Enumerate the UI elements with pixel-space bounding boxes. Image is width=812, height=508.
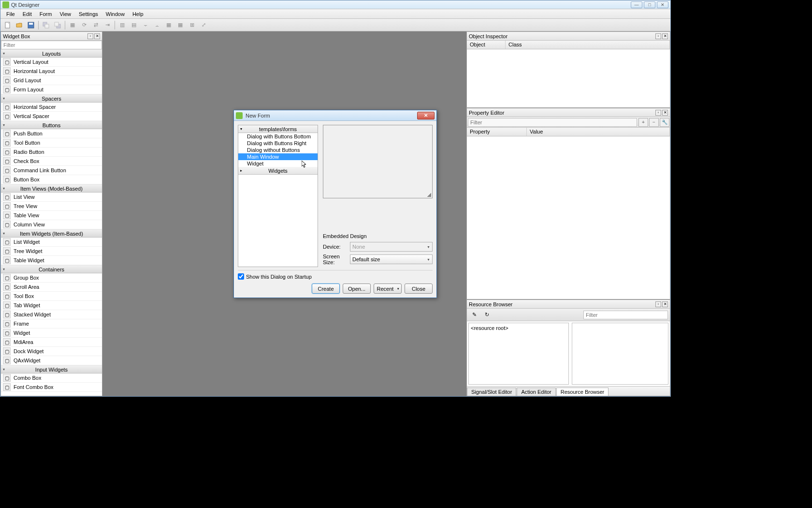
widget-item[interactable]: ▢Form Layout (1, 85, 102, 94)
widget-box-filter[interactable] (1, 41, 102, 49)
widget-item[interactable]: ▢Table View (1, 211, 102, 220)
widget-item[interactable]: ▢Widget (1, 329, 102, 338)
widget-item[interactable]: ▢MdiArea (1, 338, 102, 347)
widget-item[interactable]: ▢List Widget (1, 238, 102, 247)
widget-item[interactable]: ▢Grid Layout (1, 76, 102, 85)
templates-forms-header[interactable]: ▾ templates\forms (238, 125, 318, 133)
open-button[interactable]: Open... (343, 284, 371, 294)
expand-icon[interactable]: ▾ (240, 127, 242, 131)
widget-item[interactable]: ▢Tree View (1, 202, 102, 211)
property-settings-icon[interactable]: 🔧 (660, 118, 669, 127)
widget-item[interactable]: ▢Tree Widget (1, 247, 102, 256)
device-combo[interactable]: None ▼ (350, 242, 433, 252)
new-file-icon[interactable] (2, 20, 13, 30)
widget-list[interactable]: ▾Layouts▢Vertical Layout▢Horizontal Layo… (1, 49, 102, 396)
widget-item[interactable]: ▢Tool Button (1, 138, 102, 148)
expand-icon[interactable]: ▾ (3, 51, 5, 56)
menu-window[interactable]: Window (102, 10, 129, 18)
property-editor-body[interactable] (467, 136, 670, 299)
widget-item[interactable]: ▢List View (1, 193, 102, 202)
widget-item[interactable]: ▢Stacked Widget (1, 310, 102, 319)
resource-tree[interactable]: <resource root> (468, 323, 569, 385)
obj-col-class[interactable]: Class (506, 41, 670, 49)
startup-checkbox-row[interactable]: Show this Dialog on Startup (238, 273, 433, 280)
edit-resources-icon[interactable]: ✎ (469, 310, 479, 320)
obj-col-object[interactable]: Object (467, 41, 506, 49)
expand-icon[interactable]: ▾ (3, 231, 5, 236)
widget-item[interactable]: ▢Table Widget (1, 256, 102, 265)
close-button[interactable]: ✕ (657, 1, 668, 8)
menu-help[interactable]: Help (129, 10, 147, 18)
panel-close-icon[interactable]: ✕ (662, 110, 668, 116)
expand-icon[interactable]: ▾ (3, 267, 5, 271)
tab-resource-browser[interactable]: Resource Browser (556, 388, 609, 396)
panel-float-icon[interactable]: ▫ (655, 110, 661, 116)
recent-button[interactable]: Recent (374, 284, 402, 294)
widget-item[interactable]: ▢Scroll Area (1, 283, 102, 292)
panel-close-icon[interactable]: ✕ (662, 301, 668, 307)
widgets-header[interactable]: ▸ Widgets (238, 167, 318, 175)
widget-category-header[interactable]: ▾Input Widgets (1, 365, 102, 374)
widget-item[interactable]: ▢Horizontal Layout (1, 67, 102, 76)
prop-col-value[interactable]: Value (527, 128, 670, 136)
widget-category-header[interactable]: ▾Spacers (1, 94, 102, 103)
collapse-icon[interactable]: ▸ (240, 168, 242, 173)
menu-file[interactable]: File (2, 10, 19, 18)
property-filter[interactable] (468, 118, 637, 127)
close-dialog-button[interactable]: Close (405, 284, 433, 294)
maximize-button[interactable]: □ (644, 1, 655, 8)
expand-icon[interactable]: ▾ (3, 367, 5, 372)
widget-item[interactable]: ▢Dock Widget (1, 347, 102, 356)
menu-settings[interactable]: Settings (75, 10, 102, 18)
dialog-titlebar[interactable]: New Form ✕ (234, 110, 436, 121)
expand-icon[interactable]: ▾ (3, 186, 5, 191)
widget-item[interactable]: ▢Radio Button (1, 148, 102, 157)
template-item[interactable]: Dialog with Buttons Right (238, 140, 318, 147)
widget-item[interactable]: ▢Font Combo Box (1, 383, 102, 392)
widget-category-header[interactable]: ▾Containers (1, 265, 102, 273)
save-file-icon[interactable] (26, 20, 36, 30)
widget-item[interactable]: ▢Column View (1, 220, 102, 229)
expand-icon[interactable]: ▾ (3, 96, 5, 101)
menu-edit[interactable]: Edit (19, 10, 36, 18)
panel-float-icon[interactable]: ▫ (655, 301, 661, 307)
widget-item[interactable]: ▢QAxWidget (1, 356, 102, 365)
widget-item[interactable]: ▢Horizontal Spacer (1, 103, 102, 112)
panel-float-icon[interactable]: ▫ (655, 33, 661, 39)
panel-close-icon[interactable]: ✕ (662, 33, 668, 39)
tab-signal-slot[interactable]: Signal/Slot Editor (467, 388, 516, 396)
widget-category-header[interactable]: ▾Layouts (1, 49, 102, 58)
template-item[interactable]: Dialog with Buttons Bottom (238, 133, 318, 140)
expand-icon[interactable]: ▾ (3, 123, 5, 127)
widget-item[interactable]: ▢Button Box (1, 175, 102, 184)
panel-float-icon[interactable]: ▫ (87, 33, 93, 39)
startup-checkbox[interactable] (238, 273, 244, 280)
resource-filter[interactable] (583, 311, 668, 319)
widget-item[interactable]: ▢Command Link Button (1, 166, 102, 175)
reload-resources-icon[interactable]: ↻ (481, 310, 492, 320)
menu-form[interactable]: Form (36, 10, 56, 18)
widget-item[interactable]: ▢Push Button (1, 129, 102, 138)
remove-property-icon[interactable]: − (649, 118, 659, 127)
screen-size-combo[interactable]: Default size ▼ (350, 254, 433, 264)
widget-item[interactable]: ▢Combo Box (1, 374, 102, 383)
template-item[interactable]: Main Window (238, 153, 318, 160)
widget-item[interactable]: ▢Vertical Spacer (1, 112, 102, 121)
widget-category-header[interactable]: ▾Buttons (1, 121, 102, 129)
widget-item[interactable]: ▢Tool Box (1, 292, 102, 301)
prop-col-property[interactable]: Property (467, 128, 527, 136)
open-file-icon[interactable] (14, 20, 25, 30)
widget-item[interactable]: ▢Check Box (1, 157, 102, 166)
widget-item[interactable]: ▢Group Box (1, 273, 102, 283)
widget-category-header[interactable]: ▾Item Widgets (Item-Based) (1, 229, 102, 238)
tab-action-editor[interactable]: Action Editor (517, 388, 555, 396)
panel-close-icon[interactable]: ✕ (94, 33, 100, 39)
widget-item[interactable]: ▢Vertical Layout (1, 58, 102, 67)
menu-view[interactable]: View (56, 10, 75, 18)
minimize-button[interactable]: — (631, 1, 642, 8)
create-button[interactable]: Create (312, 284, 340, 294)
template-item[interactable]: Dialog without Buttons (238, 147, 318, 153)
template-item[interactable]: Widget (238, 160, 318, 167)
widget-category-header[interactable]: ▾Item Views (Model-Based) (1, 184, 102, 193)
widget-item[interactable]: ▢Tab Widget (1, 301, 102, 310)
